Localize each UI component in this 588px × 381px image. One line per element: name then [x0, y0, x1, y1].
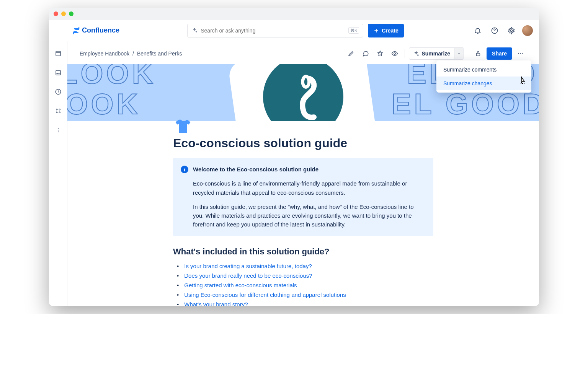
share-button[interactable]: Share — [487, 47, 512, 60]
star-icon[interactable] — [374, 47, 386, 60]
dropdown-item-summarize-changes[interactable]: Summarize changes — [436, 77, 531, 90]
page-header-bar: Employee Handbook / Benefits and Perks S… — [67, 41, 539, 64]
svg-point-7 — [56, 112, 57, 113]
info-paragraph-1: Eco-conscious is a line of environmental… — [193, 179, 426, 197]
app-window: Confluence ⌘K Create — [49, 8, 539, 306]
page-actions: Summarize Share — [345, 47, 527, 60]
list-item: Getting started with eco-conscious mater… — [177, 280, 433, 290]
confluence-logo[interactable]: Confluence — [72, 26, 119, 35]
svg-rect-3 — [56, 70, 60, 75]
svg-point-15 — [520, 53, 521, 54]
sparkle-icon — [191, 28, 198, 34]
svg-point-12 — [394, 53, 396, 55]
create-button[interactable]: Create — [368, 24, 404, 37]
restrictions-icon[interactable] — [472, 47, 484, 60]
page-title: Eco-conscious solution guide — [173, 130, 433, 150]
svg-rect-13 — [477, 53, 480, 56]
summarize-dropdown-toggle[interactable] — [454, 48, 464, 59]
toc-link[interactable]: Using Eco-conscious for different clothi… — [184, 291, 346, 298]
dropdown-item-summarize-comments[interactable]: Summarize comments — [436, 63, 531, 77]
app-name: Confluence — [82, 26, 119, 34]
comment-icon[interactable] — [359, 47, 372, 60]
summarize-dropdown: Summarize comments Summarize changes — [436, 60, 531, 93]
maximize-window-dot[interactable] — [69, 11, 74, 16]
svg-point-1 — [511, 29, 513, 31]
minimize-window-dot[interactable] — [61, 11, 66, 16]
svg-point-6 — [59, 109, 60, 110]
list-item: What's your brand story? — [177, 300, 433, 306]
info-paragraph-2: In this solution guide, we present the "… — [193, 202, 426, 229]
svg-point-8 — [59, 112, 60, 113]
ai-sparkle-icon — [413, 50, 419, 57]
search-shortcut: ⌘K — [348, 27, 359, 34]
user-avatar[interactable] — [522, 25, 533, 36]
more-actions-icon[interactable] — [514, 47, 527, 60]
section-heading: What's included in this solution guide? — [173, 247, 433, 257]
toc-link[interactable]: What's your brand story? — [184, 301, 248, 306]
info-title: Welcome to the Eco-conscious solution gu… — [193, 166, 318, 173]
siderail-inbox-icon[interactable] — [52, 67, 64, 79]
toc-links: Is your brand creating a sustainable fut… — [173, 261, 433, 306]
list-item: Is your brand creating a sustainable fut… — [177, 261, 433, 271]
tshirt-icon — [173, 116, 193, 136]
left-siderail — [49, 41, 67, 306]
svg-rect-2 — [56, 51, 60, 56]
toc-link[interactable]: Is your brand creating a sustainable fut… — [184, 263, 312, 269]
toc-link[interactable]: Does your brand really need to be eco-co… — [184, 272, 312, 279]
settings-icon[interactable] — [505, 24, 518, 37]
close-window-dot[interactable] — [54, 11, 58, 16]
info-panel: i Welcome to the Eco-conscious solution … — [173, 158, 433, 236]
svg-point-16 — [522, 53, 523, 54]
svg-point-10 — [57, 130, 58, 130]
chevron-down-icon — [457, 51, 461, 56]
summarize-split-button: Summarize — [409, 47, 464, 60]
svg-point-11 — [57, 131, 58, 132]
svg-point-9 — [57, 128, 58, 129]
info-icon: i — [181, 166, 188, 173]
toc-link[interactable]: Getting started with eco-conscious mater… — [184, 282, 297, 288]
search-bar[interactable]: ⌘K — [187, 24, 363, 37]
top-navbar: Confluence ⌘K Create — [49, 20, 539, 41]
siderail-apps-icon[interactable] — [52, 105, 64, 117]
breadcrumb-parent[interactable]: Employee Handbook — [80, 50, 129, 57]
page-content: Employee Handbook / Benefits and Perks S… — [67, 41, 539, 306]
watch-icon[interactable] — [389, 47, 401, 60]
cursor-icon — [518, 76, 528, 85]
page-emoji[interactable] — [173, 116, 193, 136]
plus-icon — [373, 28, 379, 34]
hero-logo-circle — [263, 64, 343, 121]
siderail-pages-icon[interactable] — [52, 47, 64, 60]
edit-icon[interactable] — [345, 47, 357, 60]
app-switcher-icon[interactable] — [55, 24, 67, 37]
list-item: Using Eco-conscious for different clothi… — [177, 290, 433, 300]
breadcrumb: Employee Handbook / Benefits and Perks — [80, 50, 182, 57]
siderail-more-icon[interactable] — [52, 124, 64, 136]
summarize-button[interactable]: Summarize — [409, 48, 454, 59]
mac-titlebar — [49, 8, 539, 20]
siderail-recent-icon[interactable] — [52, 86, 64, 98]
needle-icon — [276, 70, 330, 121]
svg-point-17 — [303, 77, 309, 87]
svg-point-14 — [518, 53, 519, 54]
search-input[interactable] — [201, 28, 345, 34]
breadcrumb-current[interactable]: Benefits and Perks — [137, 50, 182, 57]
article-body: Eco-conscious solution guide i Welcome t… — [173, 130, 433, 306]
notifications-icon[interactable] — [472, 24, 484, 37]
svg-point-5 — [56, 109, 57, 110]
help-icon[interactable] — [488, 24, 501, 37]
list-item: Does your brand really need to be eco-co… — [177, 271, 433, 280]
